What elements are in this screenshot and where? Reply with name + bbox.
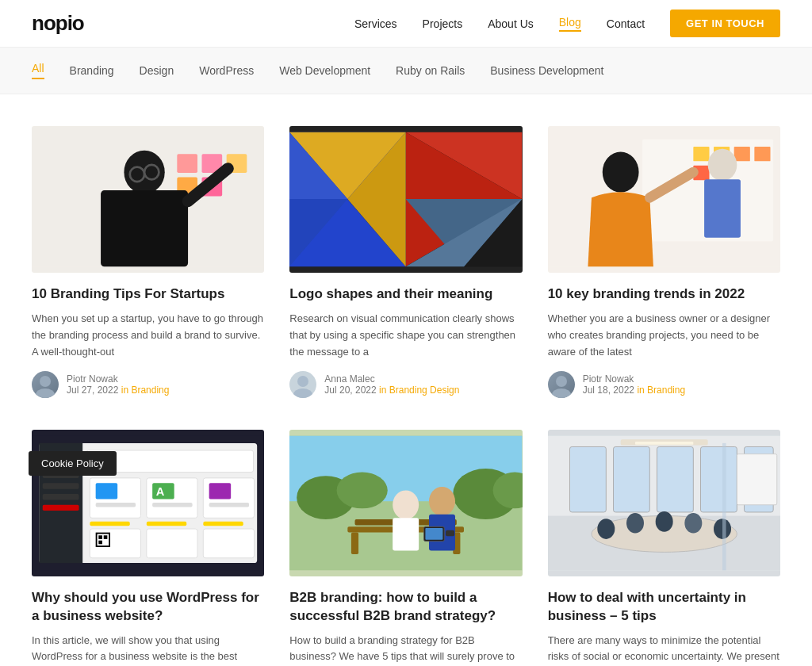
cookie-banner[interactable]: Cookie Policy	[29, 451, 117, 476]
blog-card-6-excerpt: There are many ways to minimize the pote…	[548, 633, 780, 666]
blog-card-2-title[interactable]: Logo shapes and their meaning	[289, 285, 522, 303]
nav-blog[interactable]: Blog	[559, 16, 581, 32]
svg-point-103	[684, 513, 702, 534]
blog-card-2-avatar	[289, 371, 316, 398]
blog-card-3-image[interactable]	[548, 126, 780, 273]
blog-card-2-category[interactable]: in Branding Design	[379, 385, 459, 396]
blog-card-1-title[interactable]: 10 Branding Tips For Startups	[32, 285, 264, 303]
blog-card-3-date: Jul 18, 2022 in Branding	[583, 385, 685, 396]
svg-rect-29	[693, 147, 709, 161]
filter-biz-dev[interactable]: Business Development	[490, 64, 603, 77]
blog-card-4-title[interactable]: Why should you use WordPress for a busin…	[32, 589, 264, 624]
svg-point-75	[337, 473, 388, 509]
blog-card-2: Logo shapes and their meaning Research o…	[289, 126, 522, 398]
svg-rect-69	[98, 541, 102, 545]
blog-card-2-author-info: Anna Malec Jul 20, 2022 in Branding Desi…	[324, 373, 459, 396]
svg-rect-64	[203, 530, 254, 559]
blog-card-3-excerpt: Whether you are a business owner or a de…	[548, 311, 780, 360]
blog-card-1-date: Jul 27, 2022 in Branding	[67, 385, 169, 396]
svg-text:A: A	[156, 485, 165, 498]
blog-grid: 10 Branding Tips For Startups When you s…	[0, 94, 812, 666]
filter-bar: All Branding Design WordPress Web Develo…	[0, 48, 812, 94]
svg-point-84	[429, 487, 455, 516]
filter-ruby[interactable]: Ruby on Rails	[396, 64, 465, 77]
filter-branding[interactable]: Branding	[70, 64, 114, 77]
header: nopio Services Projects About Us Blog Co…	[0, 0, 812, 48]
svg-point-38	[556, 376, 567, 387]
blog-card-5: B2B branding: how to build a successful …	[289, 430, 522, 666]
svg-rect-61	[203, 522, 243, 526]
blog-card-5-image[interactable]	[289, 430, 522, 576]
blog-card-2-author: Anna Malec	[324, 373, 459, 385]
blog-card-3-avatar	[548, 371, 575, 398]
blog-card-1-category[interactable]: in Branding	[121, 385, 170, 396]
blog-card-2-image[interactable]	[289, 126, 522, 273]
svg-rect-106	[722, 443, 726, 570]
blog-card-3-author: Piotr Nowak	[583, 373, 685, 385]
blog-card-1-image[interactable]	[32, 126, 264, 273]
svg-point-101	[626, 513, 644, 534]
svg-rect-1	[177, 154, 197, 173]
svg-point-82	[393, 491, 419, 520]
svg-point-12	[36, 388, 55, 398]
svg-rect-67	[98, 536, 102, 540]
nav-about[interactable]: About Us	[488, 17, 534, 30]
svg-rect-59	[209, 484, 231, 500]
svg-point-26	[293, 388, 312, 398]
blog-card-6: How to deal with uncertainty in business…	[548, 430, 780, 666]
blog-card-6-title[interactable]: How to deal with uncertainty in business…	[548, 589, 780, 624]
svg-rect-32	[754, 147, 770, 161]
filter-web-dev[interactable]: Web Development	[279, 64, 370, 77]
svg-point-102	[655, 512, 672, 533]
svg-point-11	[40, 376, 51, 387]
blog-card-2-author-row: Anna Malec Jul 20, 2022 in Branding Desi…	[289, 371, 522, 398]
blog-card-1-avatar	[32, 371, 59, 398]
logo[interactable]: nopio	[32, 11, 84, 36]
blog-card-3-category[interactable]: in Branding	[637, 385, 685, 396]
svg-rect-88	[446, 530, 454, 536]
cta-button[interactable]: GET IN TOUCH	[670, 10, 780, 37]
svg-rect-96	[700, 447, 737, 513]
nav-projects[interactable]: Projects	[423, 17, 463, 30]
blog-card-5-excerpt: How to build a branding strategy for B2B…	[289, 633, 522, 666]
blog-card-1-author-row: Piotr Nowak Jul 27, 2022 in Branding	[32, 371, 264, 398]
svg-rect-52	[90, 522, 129, 526]
svg-rect-57	[147, 522, 186, 526]
svg-rect-87	[426, 529, 443, 541]
svg-rect-95	[657, 447, 693, 513]
svg-rect-63	[147, 530, 197, 559]
svg-point-39	[552, 388, 571, 398]
nav-contact[interactable]: Contact	[607, 17, 645, 30]
svg-point-36	[707, 149, 737, 181]
filter-design[interactable]: Design	[140, 64, 174, 77]
svg-point-34	[602, 151, 638, 192]
blog-card-3-author-info: Piotr Nowak Jul 18, 2022 in Branding	[583, 373, 685, 396]
svg-rect-47	[43, 505, 79, 511]
svg-point-100	[597, 519, 615, 540]
svg-rect-60	[209, 503, 249, 507]
main-nav: Services Projects About Us Blog Contact …	[354, 10, 780, 37]
filter-wordpress[interactable]: WordPress	[199, 64, 254, 77]
svg-rect-46	[43, 495, 79, 500]
filter-all[interactable]: All	[32, 62, 44, 79]
svg-rect-45	[43, 484, 79, 489]
svg-rect-56	[152, 503, 192, 507]
blog-card-1: 10 Branding Tips For Startups When you s…	[32, 126, 264, 398]
blog-card-1-excerpt: When you set up a startup, you have to g…	[32, 311, 264, 360]
blog-card-5-title[interactable]: B2B branding: how to build a successful …	[289, 589, 522, 624]
blog-card-2-date: Jul 20, 2022 in Branding Design	[324, 385, 459, 396]
svg-point-25	[297, 376, 308, 387]
blog-card-2-excerpt: Research on visual communication clearly…	[289, 311, 522, 360]
blog-card-3: 10 key branding trends in 2022 Whether y…	[548, 126, 780, 398]
svg-rect-108	[635, 442, 693, 446]
svg-rect-37	[704, 179, 741, 237]
blog-card-1-author: Piotr Nowak	[67, 373, 169, 385]
svg-rect-105	[737, 454, 776, 505]
blog-card-3-title[interactable]: 10 key branding trends in 2022	[548, 285, 780, 303]
svg-rect-93	[569, 447, 606, 513]
svg-rect-50	[96, 484, 117, 500]
svg-rect-68	[104, 536, 108, 540]
svg-rect-94	[613, 447, 649, 513]
blog-card-6-image[interactable]	[548, 430, 780, 576]
nav-services[interactable]: Services	[354, 17, 397, 30]
